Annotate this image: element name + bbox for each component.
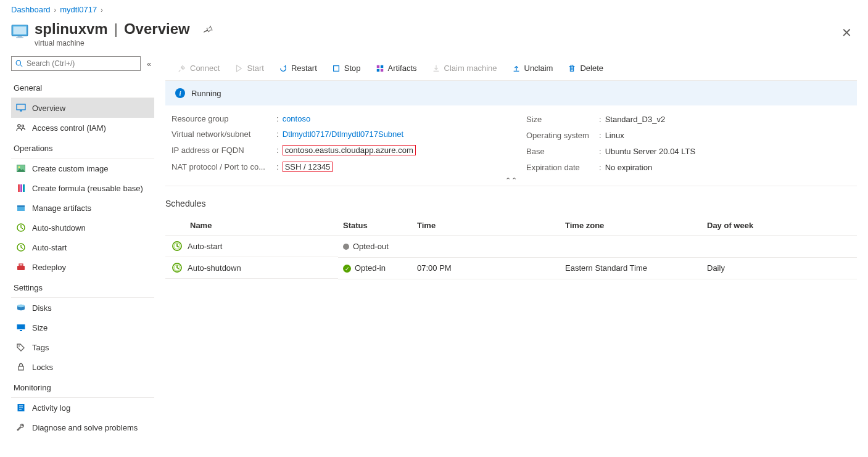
- pin-icon[interactable]: [204, 20, 213, 38]
- nav-label: Locks: [32, 363, 53, 372]
- nav-locks[interactable]: Locks: [11, 357, 154, 377]
- chevron-right-icon: ›: [54, 6, 57, 14]
- wrench-icon: [16, 422, 26, 432]
- breadcrumb-lab[interactable]: mydtl0717: [60, 5, 97, 14]
- col-name[interactable]: Name: [165, 216, 338, 236]
- restart-icon: [279, 64, 287, 73]
- nav-label: Diagnose and solve problems: [32, 423, 138, 432]
- table-row[interactable]: Auto-start Opted-out: [165, 236, 857, 258]
- svg-rect-35: [380, 65, 382, 67]
- svg-line-6: [20, 65, 23, 67]
- play-icon: [234, 64, 243, 73]
- nav-label: Disks: [32, 303, 52, 313]
- svg-point-13: [19, 167, 20, 168]
- stop-button[interactable]: Stop: [326, 59, 367, 78]
- nav-label: Auto-start: [32, 243, 67, 252]
- status-check-icon: ✓: [343, 265, 351, 273]
- log-icon: [16, 403, 26, 413]
- svg-rect-26: [20, 330, 22, 331]
- prop-label-vnet: Virtual network/subnet: [172, 130, 276, 139]
- collapse-properties-icon[interactable]: ⌃⌃: [505, 176, 518, 184]
- nav-label: Access control (IAM): [32, 123, 106, 133]
- nav-section-operations: Operations: [11, 138, 159, 157]
- prop-value-expiration: No expiration: [605, 163, 653, 172]
- page-header: splinuxvm | Overview virtual machine ✕: [0, 14, 868, 56]
- status-dot-icon: [343, 244, 349, 250]
- search-box[interactable]: [11, 56, 141, 71]
- svg-rect-25: [17, 324, 25, 329]
- svg-rect-34: [376, 65, 379, 67]
- svg-rect-36: [376, 68, 379, 71]
- chevron-right-icon: ›: [101, 6, 103, 14]
- nav-disks[interactable]: Disks: [11, 298, 154, 318]
- svg-rect-16: [23, 184, 25, 192]
- svg-point-10: [18, 125, 20, 127]
- tag-icon: [16, 342, 26, 352]
- row-tz: Eastern Standard Time: [560, 257, 702, 279]
- nav-label: Auto-shutdown: [32, 223, 86, 233]
- search-input[interactable]: [25, 59, 136, 68]
- clock-icon: [16, 223, 26, 233]
- nav-label: Create formula (reusable base): [32, 184, 143, 193]
- svg-point-11: [22, 125, 23, 127]
- stop-icon: [332, 64, 341, 73]
- toolbox-icon: [16, 262, 26, 272]
- col-time[interactable]: Time: [412, 216, 560, 236]
- nav-label: Overview: [32, 104, 65, 113]
- nav-access-control[interactable]: Access control (IAM): [11, 118, 154, 138]
- prop-value-base: Ubuntu Server 20.04 LTS: [605, 147, 695, 156]
- nav-diagnose[interactable]: Diagnose and solve problems: [11, 418, 154, 437]
- schedules-section: Schedules Name Status Time Time zone Day…: [165, 186, 857, 279]
- nav-create-custom-image[interactable]: Create custom image: [11, 159, 154, 178]
- info-icon: i: [175, 88, 185, 98]
- prop-label-size: Size: [526, 115, 595, 124]
- nav-auto-start[interactable]: Auto-start: [11, 237, 154, 257]
- restart-button[interactable]: Restart: [273, 59, 323, 78]
- delete-button[interactable]: Delete: [561, 59, 610, 78]
- upload-icon: [512, 64, 521, 73]
- nav-manage-artifacts[interactable]: Manage artifacts: [11, 198, 154, 218]
- nav-label: Tags: [32, 343, 49, 352]
- unclaim-button[interactable]: Unclaim: [506, 59, 560, 78]
- col-dow[interactable]: Day of week: [702, 216, 857, 236]
- vm-icon: [11, 23, 28, 40]
- prop-label-expiration: Expiration date: [526, 163, 595, 172]
- svg-rect-3: [18, 36, 22, 37]
- prop-value-vnet[interactable]: Dtlmydtl0717/Dtlmydtl0717Subnet: [283, 130, 404, 139]
- trash-icon: [568, 64, 576, 73]
- nav-label: Size: [32, 323, 48, 332]
- prop-label-nat: NAT protocol / Port to co...: [172, 162, 276, 171]
- table-row[interactable]: Auto-shutdown ✓Opted-in 07:00 PM Eastern…: [165, 257, 857, 279]
- search-icon: [15, 60, 23, 67]
- breadcrumb: Dashboard › mydtl0717 ›: [0, 0, 868, 14]
- row-time: 07:00 PM: [412, 257, 560, 279]
- col-tz[interactable]: Time zone: [560, 216, 702, 236]
- row-name: Auto-shutdown: [188, 263, 241, 273]
- breadcrumb-dashboard[interactable]: Dashboard: [11, 5, 51, 14]
- lock-icon: [16, 362, 26, 372]
- svg-point-27: [19, 345, 20, 347]
- prop-value-resource-group[interactable]: contoso: [283, 114, 311, 123]
- nav-auto-shutdown[interactable]: Auto-shutdown: [11, 218, 154, 237]
- svg-rect-4: [16, 37, 23, 38]
- nav-activity-log[interactable]: Activity log: [11, 398, 154, 418]
- nav-create-formula[interactable]: Create formula (reusable base): [11, 178, 154, 198]
- col-status[interactable]: Status: [338, 216, 412, 236]
- row-name: Auto-start: [188, 242, 222, 251]
- connect-button: Connect: [172, 59, 226, 78]
- nav-section-monitoring: Monitoring: [11, 377, 159, 396]
- svg-rect-2: [14, 27, 27, 35]
- nav-overview[interactable]: Overview: [11, 98, 154, 118]
- artifacts-button[interactable]: Artifacts: [370, 59, 423, 78]
- close-icon[interactable]: ✕: [841, 20, 852, 40]
- row-dow: [702, 236, 857, 258]
- nav-label: Create custom image: [32, 164, 109, 173]
- clock-icon: [172, 262, 183, 273]
- nav-size[interactable]: Size: [11, 318, 154, 337]
- nav-tags[interactable]: Tags: [11, 337, 154, 357]
- svg-rect-7: [17, 104, 25, 110]
- nav-label: Manage artifacts: [32, 204, 91, 213]
- prop-value-os: Linux: [605, 131, 624, 140]
- collapse-sidebar-icon[interactable]: «: [147, 59, 149, 68]
- nav-redeploy[interactable]: Redeploy: [11, 257, 154, 277]
